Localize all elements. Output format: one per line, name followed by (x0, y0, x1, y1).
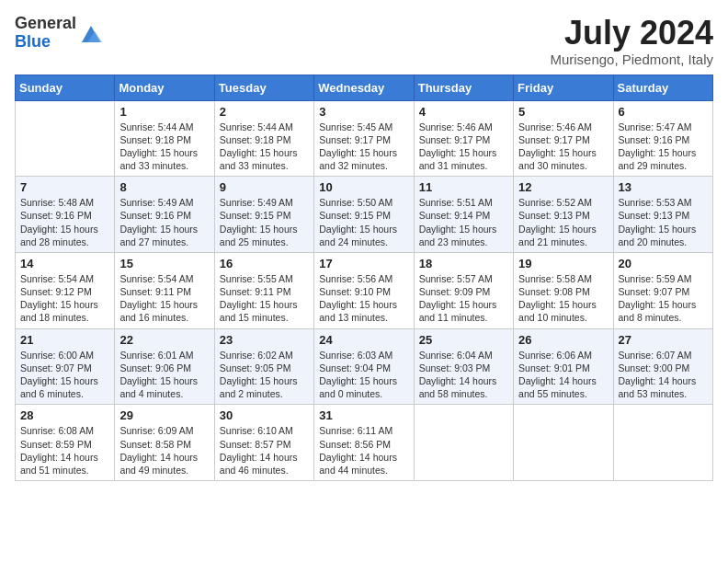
day-number: 22 (119, 333, 209, 347)
calendar-cell: 6Sunrise: 5:47 AM Sunset: 9:16 PM Daylig… (613, 100, 712, 177)
calendar-cell (613, 405, 712, 481)
day-number: 25 (419, 333, 508, 347)
day-info: Sunrise: 6:08 AM Sunset: 8:59 PM Dayligh… (20, 424, 109, 477)
weekday-header-monday: Monday (115, 75, 214, 100)
calendar-cell: 11Sunrise: 5:51 AM Sunset: 9:14 PM Dayli… (414, 177, 513, 253)
day-info: Sunrise: 5:56 AM Sunset: 9:10 PM Dayligh… (319, 272, 408, 325)
calendar-cell: 4Sunrise: 5:46 AM Sunset: 9:17 PM Daylig… (414, 100, 513, 177)
day-info: Sunrise: 6:03 AM Sunset: 9:04 PM Dayligh… (319, 349, 408, 401)
calendar-table: SundayMondayTuesdayWednesdayThursdayFrid… (15, 75, 713, 481)
day-number: 28 (20, 408, 109, 422)
calendar-cell: 18Sunrise: 5:57 AM Sunset: 9:09 PM Dayli… (414, 252, 513, 328)
day-info: Sunrise: 5:50 AM Sunset: 9:15 PM Dayligh… (319, 196, 408, 248)
day-info: Sunrise: 5:46 AM Sunset: 9:17 PM Dayligh… (419, 121, 508, 173)
day-number: 27 (619, 333, 708, 347)
day-number: 8 (119, 180, 209, 194)
weekday-header-friday: Friday (514, 75, 613, 100)
day-number: 5 (518, 105, 608, 119)
calendar-cell: 8Sunrise: 5:49 AM Sunset: 9:16 PM Daylig… (115, 177, 214, 253)
weekday-header-wednesday: Wednesday (314, 75, 414, 100)
day-info: Sunrise: 5:44 AM Sunset: 9:18 PM Dayligh… (119, 121, 209, 173)
logo: General Blue (15, 15, 104, 52)
day-number: 29 (119, 408, 209, 422)
logo-icon (78, 20, 104, 46)
day-number: 16 (220, 257, 309, 270)
day-info: Sunrise: 5:54 AM Sunset: 9:12 PM Dayligh… (20, 272, 109, 325)
calendar-cell: 2Sunrise: 5:44 AM Sunset: 9:18 PM Daylig… (214, 100, 313, 177)
day-info: Sunrise: 5:54 AM Sunset: 9:11 PM Dayligh… (119, 272, 209, 325)
logo-text: General Blue (15, 15, 76, 52)
day-info: Sunrise: 6:07 AM Sunset: 9:00 PM Dayligh… (619, 349, 708, 401)
logo-blue: Blue (15, 32, 51, 51)
day-number: 30 (220, 408, 309, 422)
day-info: Sunrise: 6:01 AM Sunset: 9:06 PM Dayligh… (119, 349, 209, 401)
calendar-cell: 17Sunrise: 5:56 AM Sunset: 9:10 PM Dayli… (314, 252, 414, 328)
day-info: Sunrise: 6:11 AM Sunset: 8:56 PM Dayligh… (319, 424, 408, 477)
page-header: General Blue July 2024 Murisengo, Piedmo… (15, 15, 713, 67)
day-number: 7 (20, 180, 109, 194)
calendar-week-row: 1Sunrise: 5:44 AM Sunset: 9:18 PM Daylig… (16, 100, 713, 177)
day-number: 20 (619, 257, 708, 270)
calendar-cell: 26Sunrise: 6:06 AM Sunset: 9:01 PM Dayli… (514, 328, 613, 405)
calendar-week-row: 14Sunrise: 5:54 AM Sunset: 9:12 PM Dayli… (16, 252, 713, 328)
day-info: Sunrise: 5:53 AM Sunset: 9:13 PM Dayligh… (619, 196, 708, 248)
day-number: 10 (319, 180, 408, 194)
day-info: Sunrise: 5:46 AM Sunset: 9:17 PM Dayligh… (518, 121, 608, 173)
day-info: Sunrise: 5:48 AM Sunset: 9:16 PM Dayligh… (20, 196, 109, 248)
calendar-cell (414, 405, 513, 481)
day-info: Sunrise: 6:02 AM Sunset: 9:05 PM Dayligh… (220, 349, 309, 401)
day-number: 13 (619, 180, 708, 194)
day-number: 26 (518, 333, 608, 347)
day-number: 11 (419, 180, 508, 194)
day-number: 24 (319, 333, 408, 347)
day-info: Sunrise: 6:09 AM Sunset: 8:58 PM Dayligh… (119, 424, 209, 477)
day-info: Sunrise: 5:51 AM Sunset: 9:14 PM Dayligh… (419, 196, 508, 248)
day-number: 6 (619, 105, 708, 119)
calendar-cell: 21Sunrise: 6:00 AM Sunset: 9:07 PM Dayli… (16, 328, 115, 405)
month-year-title: July 2024 (550, 15, 713, 52)
calendar-cell: 31Sunrise: 6:11 AM Sunset: 8:56 PM Dayli… (314, 405, 414, 481)
day-info: Sunrise: 6:04 AM Sunset: 9:03 PM Dayligh… (419, 349, 508, 401)
day-number: 14 (20, 257, 109, 270)
day-number: 23 (220, 333, 309, 347)
day-info: Sunrise: 5:44 AM Sunset: 9:18 PM Dayligh… (220, 121, 309, 173)
calendar-cell: 28Sunrise: 6:08 AM Sunset: 8:59 PM Dayli… (16, 405, 115, 481)
day-number: 2 (220, 105, 309, 119)
day-info: Sunrise: 6:06 AM Sunset: 9:01 PM Dayligh… (518, 349, 608, 401)
day-number: 12 (518, 180, 608, 194)
calendar-cell: 19Sunrise: 5:58 AM Sunset: 9:08 PM Dayli… (514, 252, 613, 328)
calendar-cell: 30Sunrise: 6:10 AM Sunset: 8:57 PM Dayli… (214, 405, 313, 481)
day-info: Sunrise: 6:10 AM Sunset: 8:57 PM Dayligh… (220, 424, 309, 477)
title-block: July 2024 Murisengo, Piedmont, Italy (550, 15, 713, 67)
calendar-cell (514, 405, 613, 481)
calendar-cell: 27Sunrise: 6:07 AM Sunset: 9:00 PM Dayli… (613, 328, 712, 405)
calendar-cell: 15Sunrise: 5:54 AM Sunset: 9:11 PM Dayli… (115, 252, 214, 328)
calendar-cell: 22Sunrise: 6:01 AM Sunset: 9:06 PM Dayli… (115, 328, 214, 405)
day-info: Sunrise: 5:55 AM Sunset: 9:11 PM Dayligh… (220, 272, 309, 325)
calendar-cell: 10Sunrise: 5:50 AM Sunset: 9:15 PM Dayli… (314, 177, 414, 253)
calendar-cell: 5Sunrise: 5:46 AM Sunset: 9:17 PM Daylig… (514, 100, 613, 177)
calendar-week-row: 28Sunrise: 6:08 AM Sunset: 8:59 PM Dayli… (16, 405, 713, 481)
day-number: 31 (319, 408, 408, 422)
location-subtitle: Murisengo, Piedmont, Italy (550, 52, 713, 67)
weekday-header-sunday: Sunday (16, 75, 115, 100)
day-number: 15 (119, 257, 209, 270)
day-number: 3 (319, 105, 408, 119)
weekday-header-row: SundayMondayTuesdayWednesdayThursdayFrid… (16, 75, 713, 100)
day-info: Sunrise: 5:47 AM Sunset: 9:16 PM Dayligh… (619, 121, 708, 173)
day-info: Sunrise: 6:00 AM Sunset: 9:07 PM Dayligh… (20, 349, 109, 401)
day-info: Sunrise: 5:52 AM Sunset: 9:13 PM Dayligh… (518, 196, 608, 248)
calendar-cell (16, 100, 115, 177)
day-info: Sunrise: 5:49 AM Sunset: 9:16 PM Dayligh… (119, 196, 209, 248)
day-number: 1 (119, 105, 209, 119)
calendar-cell: 24Sunrise: 6:03 AM Sunset: 9:04 PM Dayli… (314, 328, 414, 405)
day-number: 18 (419, 257, 508, 270)
calendar-cell: 16Sunrise: 5:55 AM Sunset: 9:11 PM Dayli… (214, 252, 313, 328)
day-info: Sunrise: 5:59 AM Sunset: 9:07 PM Dayligh… (619, 272, 708, 325)
day-number: 17 (319, 257, 408, 270)
calendar-cell: 1Sunrise: 5:44 AM Sunset: 9:18 PM Daylig… (115, 100, 214, 177)
calendar-cell: 12Sunrise: 5:52 AM Sunset: 9:13 PM Dayli… (514, 177, 613, 253)
day-number: 19 (518, 257, 608, 270)
day-info: Sunrise: 5:49 AM Sunset: 9:15 PM Dayligh… (220, 196, 309, 248)
calendar-cell: 7Sunrise: 5:48 AM Sunset: 9:16 PM Daylig… (16, 177, 115, 253)
